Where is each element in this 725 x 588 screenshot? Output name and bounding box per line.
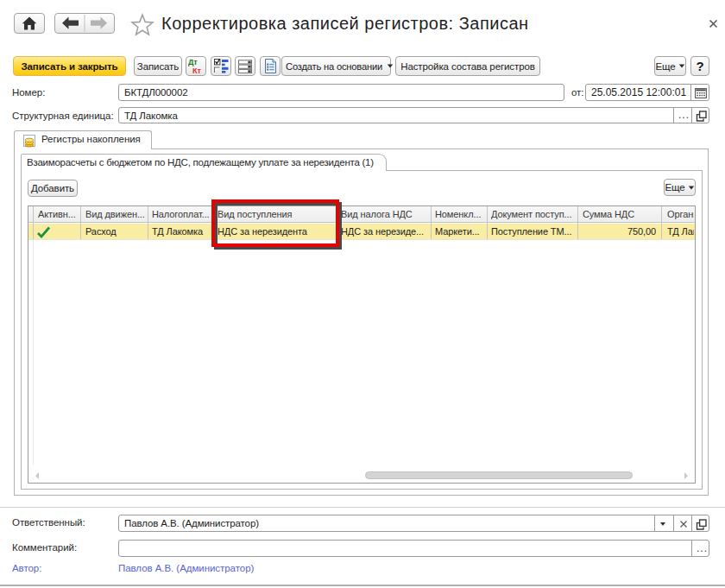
svg-text:Кт: Кт: [192, 66, 201, 74]
svg-text:Дт: Дт: [188, 58, 198, 66]
